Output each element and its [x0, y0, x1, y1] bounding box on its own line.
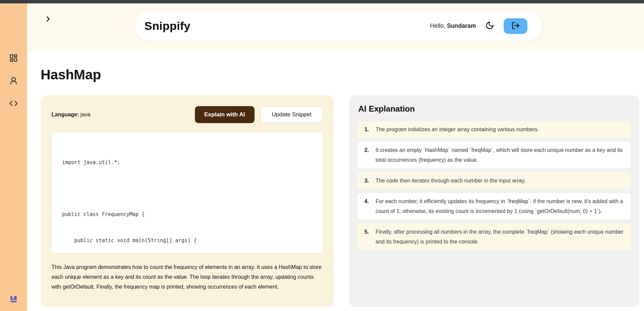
code-line	[62, 184, 313, 193]
moon-icon	[485, 21, 494, 31]
language-value: java	[79, 112, 90, 117]
snippet-actions: Explain with AI Update Snippet	[195, 106, 323, 123]
snippet-panel: Language: java Explain with AI Update Sn…	[41, 95, 334, 307]
header-right-group: Hello, Sundaram	[430, 18, 527, 34]
app-title: Snippify	[144, 19, 190, 33]
update-snippet-button[interactable]: Update Snippet	[260, 106, 323, 123]
browser-top-bar	[0, 0, 644, 3]
explanation-item: 2. It creates an empty `HashMap` named `…	[358, 142, 631, 168]
explanation-item-text: It creates an empty `HashMap` named `fre…	[376, 145, 624, 165]
explanation-item: 4. For each number, it efficiently updat…	[358, 193, 631, 219]
explanation-item-number: 4.	[364, 196, 371, 216]
logout-icon	[511, 21, 520, 31]
language-label: Language:	[52, 112, 79, 117]
code-icon	[9, 99, 18, 109]
snippet-panel-header: Language: java Explain with AI Update Sn…	[52, 106, 323, 123]
ai-explanation-panel: AI Explanation 1. The program initialize…	[349, 95, 639, 307]
chevron-right-icon	[44, 15, 52, 24]
user-icon	[9, 76, 18, 86]
username: Sundaram	[447, 22, 476, 29]
code-line: public static void main(String[] args) {	[62, 236, 313, 245]
sidebar-item-profile[interactable]	[8, 76, 19, 86]
explanation-item: 5. Finally, after processing all numbers…	[358, 223, 631, 250]
theme-toggle-button[interactable]	[485, 21, 495, 31]
explanation-item-text: For each number, it efficiently updates …	[376, 196, 624, 216]
explanation-item-number: 1.	[364, 124, 371, 134]
code-line: public class FrequencyMap {	[62, 210, 313, 219]
sidebar-toggle-button[interactable]	[43, 15, 53, 24]
ai-explanation-title: AI Explanation	[358, 104, 631, 114]
snippet-description: This Java program demonstrates how to co…	[52, 262, 323, 292]
greeting-text: Hello, Sundaram	[430, 22, 476, 30]
sidebar	[0, 3, 27, 311]
floppy-disk-icon	[10, 295, 17, 303]
language-line: Language: java	[52, 112, 90, 118]
explanation-item-number: 3.	[364, 176, 371, 186]
explain-with-ai-button[interactable]: Explain with AI	[195, 106, 255, 123]
explanation-item: 3. The code then iterates through each n…	[358, 172, 631, 189]
explanation-item-text: Finally, after processing all numbers in…	[376, 227, 624, 247]
dashboard-icon	[9, 54, 18, 64]
code-line: import java.util.*;	[62, 158, 313, 167]
code-block: import java.util.*; public class Frequen…	[52, 132, 323, 253]
explanation-item: 1. The program initializes an integer ar…	[358, 121, 631, 138]
explanation-item-number: 5.	[364, 227, 371, 247]
explanation-item-text: The code then iterates through each numb…	[376, 176, 526, 186]
explanation-item-number: 2.	[364, 145, 371, 165]
sidebar-item-dashboard[interactable]	[8, 54, 19, 64]
sidebar-item-snippets[interactable]	[8, 99, 19, 109]
header-card: Snippify Hello, Sundaram	[135, 11, 542, 41]
explanation-item-text: The program initializes an integer array…	[376, 124, 539, 134]
logout-button[interactable]	[504, 18, 527, 34]
page-title: HashMap	[41, 67, 101, 82]
